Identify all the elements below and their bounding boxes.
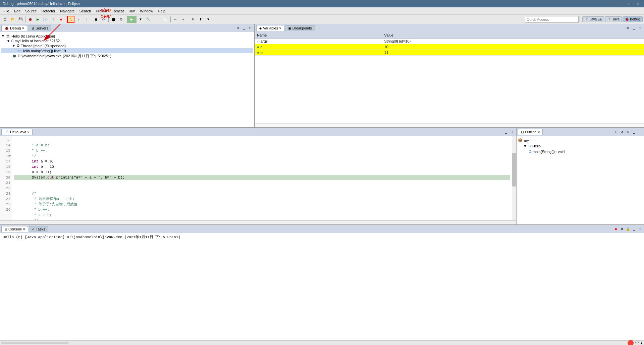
toolbar-skip-btn[interactable]: ⊘ <box>117 16 125 23</box>
menu-source[interactable]: Source <box>23 8 39 14</box>
variables-tab[interactable]: ◈ Variables × <box>256 25 284 31</box>
outline-method[interactable]: ⊙ main(String[]) : void <box>518 149 643 154</box>
editor-panel-max-btn[interactable]: □ <box>509 129 515 135</box>
hello-java-tab[interactable]: 📄 Hello.java × <box>1 129 33 135</box>
variables-panel-close-btn[interactable]: × <box>625 25 631 31</box>
variables-panel-min-btn[interactable]: _ <box>631 25 637 31</box>
toolbar-add-java-btn[interactable]: ▶ <box>127 16 137 23</box>
ln-13: 13 <box>1 137 10 143</box>
outline-package-label: my <box>524 138 529 142</box>
quick-access-box[interactable]: Quick Access <box>525 16 579 23</box>
perspective-debug-btn[interactable]: 🐞 Debug <box>623 16 643 22</box>
toolbar-next-edit-btn[interactable]: → <box>179 16 187 23</box>
collapse-icon: ▼ <box>523 144 527 148</box>
perspective-buttons: ☕ Java EE ☕ Java 🐞 Debug <box>582 16 643 22</box>
menu-project[interactable]: Project <box>94 8 109 14</box>
console-panel-tabs: ⊟ Console × ✓ Tasks <box>1 226 48 232</box>
vscroll-thumb[interactable] <box>512 153 516 187</box>
tree-label-2: Thread [main] (Suspended) <box>21 44 66 48</box>
tree-item-4[interactable]: 💻 D:\javahome\bin\javaw.exe (2021年1月11日 … <box>1 53 253 59</box>
toolbar-breakpoint-btn[interactable]: ⬤ <box>110 16 117 23</box>
var-row-args[interactable]: ○args String[0] (id=16) <box>255 39 644 44</box>
ln-22: 22 <box>1 186 10 191</box>
breakpoints-tab[interactable]: ◉ Breakpoints <box>285 25 315 31</box>
tasks-tab[interactable]: ✓ Tasks <box>29 226 48 232</box>
toolbar-connect-btn[interactable]: ⟳ <box>100 16 107 23</box>
menu-search[interactable]: Search <box>77 8 93 14</box>
code-content[interactable]: * a = b; * b ++; */ int a = 0; int b = 1… <box>12 136 512 220</box>
toolbar-resume-btn[interactable]: ▷▷ <box>42 16 49 23</box>
debug-panel-close-btn[interactable]: × <box>235 25 241 31</box>
toolbar-stop-btn[interactable]: ■ <box>57 16 65 23</box>
menu-run[interactable]: Run <box>126 8 137 14</box>
editor-panel-min-btn[interactable]: _ <box>503 129 508 135</box>
menu-window[interactable]: Window <box>138 8 155 14</box>
toolbar-run-btn[interactable]: ▶ <box>34 16 42 23</box>
var-row-b[interactable]: ●b 11 <box>255 50 644 56</box>
menu-navigate[interactable]: Navigate <box>58 8 76 14</box>
code-vscrollbar[interactable] <box>512 136 516 220</box>
var-name-args: ○args <box>255 39 382 44</box>
maximize-btn[interactable]: □ <box>627 0 633 7</box>
console-scroll-lock-btn[interactable]: 🔒 <box>625 226 631 232</box>
toolbar-save-btn[interactable]: 💾 <box>17 16 24 23</box>
toolbar-run-config-btn[interactable]: ▼ <box>137 16 144 23</box>
toolbar-ext-tools-btn[interactable]: 🔧 <box>145 16 152 23</box>
menu-file[interactable]: File <box>1 8 11 14</box>
variables-panel-scrollbar[interactable] <box>255 123 644 127</box>
console-content[interactable]: Hello (6) [Java Application] D:\javahome… <box>0 233 644 345</box>
outline-tab[interactable]: ⊟ Outline × <box>518 129 543 135</box>
outline-filter-btn[interactable]: ⊘ <box>619 129 625 135</box>
variables-panel-max-btn[interactable]: □ <box>637 25 643 31</box>
servers-tab[interactable]: 🖥 Servers <box>28 25 51 31</box>
debug-tab[interactable]: 🐞 Debug × <box>1 25 27 31</box>
debug-panel-min-btn[interactable]: _ <box>241 25 247 31</box>
console-min-btn[interactable]: _ <box>631 226 637 232</box>
toolbar-open-type-btn[interactable]: T <box>154 16 162 23</box>
console-max-btn[interactable]: □ <box>637 226 643 232</box>
toolbar-terminate-btn[interactable]: ◼ <box>92 16 100 23</box>
toolbar-suspend-btn[interactable]: ⏸ <box>50 16 57 23</box>
toolbar-ann-config-btn[interactable]: ▼ <box>205 16 212 23</box>
toolbar-prev-edit-btn[interactable]: ← <box>172 16 179 23</box>
toolbar-prev-annotation-btn[interactable]: ⬆ <box>197 16 204 23</box>
var-row-a[interactable]: ●a 10 <box>255 44 644 50</box>
console-stop-btn[interactable]: ■ <box>613 226 619 232</box>
debug-panel-max-btn[interactable]: □ <box>248 25 253 31</box>
toolbar-new-btn[interactable]: ◻ <box>1 16 9 23</box>
menu-help[interactable]: Help <box>156 8 167 14</box>
outline-panel-controls: ↕ ⊘ × _ □ <box>613 129 643 135</box>
outline-package[interactable]: 📦 my <box>518 137 643 143</box>
outline-close-btn[interactable]: × <box>625 129 631 135</box>
code-hscrollbar[interactable] <box>0 220 516 224</box>
outline-class[interactable]: ▼ ⊙ Hello <box>518 143 643 149</box>
console-tab[interactable]: ⊟ Console × <box>1 226 28 232</box>
toolbar-step-return-btn[interactable]: ↑ <box>83 16 90 23</box>
menu-edit[interactable]: Edit <box>12 8 22 14</box>
toolbar-open-btn[interactable]: 📂 <box>9 16 16 23</box>
toolbar-open-resource-btn[interactable]: 📄 <box>162 16 169 23</box>
toolbar: ◻ 📂 💾 🐞 ▶ ▷▷ ⏸ ■ ⤵ ↓ ↑ ◼ ⟳ ⬤ ⊘ ▶ ▼ 🔧 T 📄… <box>0 15 644 24</box>
menu-tomcat[interactable]: Tomcat <box>110 8 126 14</box>
menu-refactor[interactable]: Refactor <box>40 8 58 14</box>
tree-item-3[interactable]: ↩ Hello.main(String[]) line: 19 <box>1 48 253 53</box>
toolbar-debug-btn[interactable]: 🐞 <box>26 16 34 23</box>
toolbar-step-into-btn[interactable]: ↓ <box>75 16 82 23</box>
close-btn[interactable]: ✕ <box>635 0 641 7</box>
tree-item-0[interactable]: ▼ ☕ Hello (6) [Java Application] <box>1 33 253 39</box>
console-clear-btn[interactable]: ✕ <box>619 226 625 232</box>
tree-icon-process: 💻 <box>12 54 17 58</box>
outline-min-btn[interactable]: _ <box>631 129 637 135</box>
toolbar-step-over-btn[interactable]: ⤵ <box>67 16 74 23</box>
variables-table-container: Name Value ○args String[0] (id=16) <box>255 32 644 123</box>
perspective-javaee-btn[interactable]: ☕ Java EE <box>582 16 604 22</box>
toolbar-next-annotation-btn[interactable]: ⬇ <box>189 16 197 23</box>
minimize-btn[interactable]: — <box>619 0 625 7</box>
bottom-hscroll[interactable] <box>1 342 68 344</box>
tree-item-1[interactable]: ▼ C my.Hello at localhost:32152 <box>1 39 253 43</box>
outline-sort-btn[interactable]: ↕ <box>613 129 619 135</box>
perspective-java-btn[interactable]: ☕ Java <box>605 16 622 22</box>
tree-icon-thread: ⚙ <box>16 44 20 48</box>
tree-item-2[interactable]: ▼ ⚙ Thread [main] (Suspended) <box>1 43 253 48</box>
outline-max-btn[interactable]: □ <box>637 129 643 135</box>
